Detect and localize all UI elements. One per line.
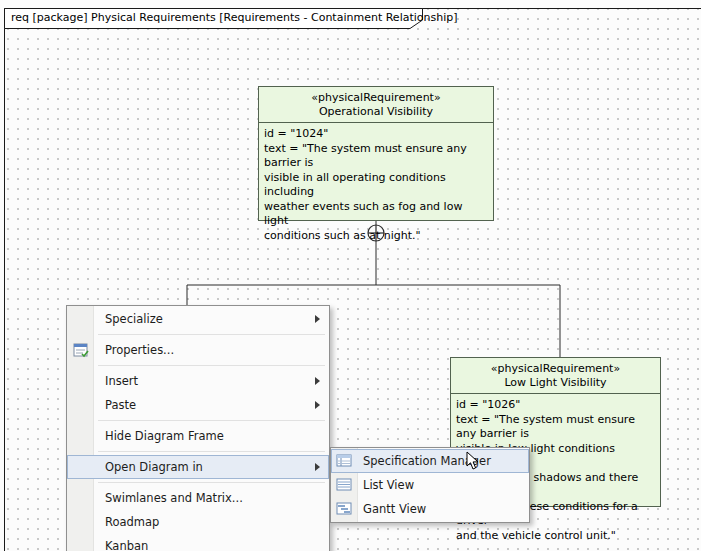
requirement-header: «physicalRequirement» Low Light Visibili… [451,358,660,394]
stereotype-label: «physicalRequirement» [261,91,491,105]
menu-item-paste[interactable]: Paste [67,393,329,417]
menu-item-label: Roadmap [105,515,159,529]
submenu-item-specification-manager[interactable]: Specification Manager [331,449,529,473]
gantt-view-icon [336,502,352,516]
menu-item-label: Insert [105,374,138,388]
requirement-text-line: text = "The system must ensure any barri… [456,413,655,442]
list-view-icon [336,478,352,492]
submenu-arrow-icon [315,463,320,471]
menu-item-properties[interactable]: Properties... [67,338,329,362]
menu-item-label: Specification Manager [363,454,491,468]
requirement-body: id = "1024" text = "The system must ensu… [259,123,493,247]
specification-manager-icon [336,454,352,468]
requirement-text-line: id = "1026" [456,398,655,413]
menu-item-label: Paste [105,398,136,412]
menu-item-open-diagram-in[interactable]: Open Diagram in [67,455,329,479]
requirement-text-line: conditions such as at night." [264,229,488,244]
open-diagram-in-submenu: Specification Manager List View Gantt Vi… [330,447,530,523]
menu-separator [67,479,329,486]
menu-item-kanban[interactable]: Kanban [67,534,329,551]
diagram-frame-label: req [package] Physical Requirements [Req… [11,11,458,24]
menu-item-label: Gantt View [363,502,426,516]
menu-item-hide-diagram-frame[interactable]: Hide Diagram Frame [67,424,329,448]
menu-item-roadmap[interactable]: Roadmap [67,510,329,534]
context-menu: Specialize Properties... Insert Paste [66,305,330,551]
properties-icon [73,342,89,358]
submenu-arrow-icon [315,377,320,385]
menu-item-label: Open Diagram in [105,460,203,474]
menu-item-label: Kanban [105,539,148,551]
requirement-text-line: and the vehicle control unit." [456,529,655,544]
menu-item-specialize[interactable]: Specialize [67,307,329,331]
diagram-canvas: req [package] Physical Requirements [Req… [0,0,701,551]
requirement-text-line: id = "1024" [264,127,488,142]
submenu-arrow-icon [315,315,320,323]
menu-separator [67,448,329,455]
requirement-text-line: visible in all operating conditions incl… [264,171,488,200]
submenu-arrow-icon [315,401,320,409]
element-name: Operational Visibility [261,105,491,119]
menu-item-insert[interactable]: Insert [67,369,329,393]
menu-separator [67,362,329,369]
menu-separator [67,331,329,338]
menu-item-label: Swimlanes and Matrix... [105,491,243,505]
menu-separator [67,417,329,424]
menu-item-label: Specialize [105,312,163,326]
requirement-header: «physicalRequirement» Operational Visibi… [259,87,493,123]
requirement-text-line: weather events such as fog and low light [264,200,488,229]
menu-item-label: Hide Diagram Frame [105,429,224,443]
element-name: Low Light Visibility [453,376,658,390]
requirement-operational-visibility[interactable]: «physicalRequirement» Operational Visibi… [258,86,494,221]
menu-item-label: Properties... [105,343,174,357]
requirement-text-line: text = "The system must ensure any barri… [264,142,488,171]
menu-item-label: List View [363,478,414,492]
submenu-item-list-view[interactable]: List View [331,473,529,497]
stereotype-label: «physicalRequirement» [453,362,658,376]
menu-item-swimlanes-and-matrix[interactable]: Swimlanes and Matrix... [67,486,329,510]
submenu-item-gantt-view[interactable]: Gantt View [331,497,529,521]
